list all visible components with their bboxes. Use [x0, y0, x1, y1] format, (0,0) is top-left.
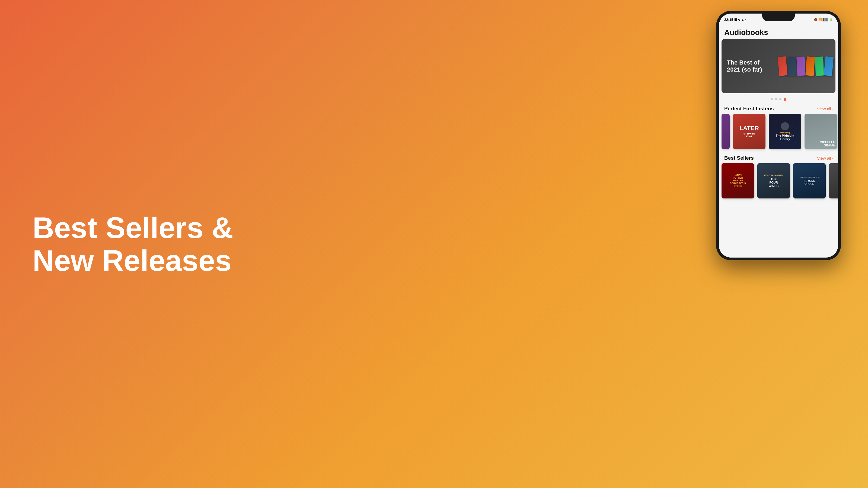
book-beyond-order[interactable]: JORDAN'S PETERSON BEYONDORDER	[793, 163, 826, 198]
mute-icon: 🔕	[814, 18, 817, 21]
status-icon3: ▲	[741, 18, 744, 21]
status-bar-left: 22:15 🖼 ⊖ ▲ •	[724, 18, 746, 22]
banner-books	[778, 42, 833, 91]
perfect-first-listens-books[interactable]: LATER STEPHENKING Matt Haig The Midnight…	[719, 114, 838, 152]
banner-book-2	[787, 56, 796, 76]
dot-1[interactable]	[771, 98, 773, 100]
phone-notch	[762, 13, 795, 21]
banner-book-5	[815, 56, 824, 76]
best-sellers-chevron: ›	[832, 156, 833, 160]
perfect-first-listens-title: Perfect First Listens	[724, 106, 774, 112]
perfect-first-listens-view-all[interactable]: View all ›	[817, 106, 833, 111]
book-later-title: LATER	[739, 125, 759, 131]
best-sellers-view-all[interactable]: View all ›	[817, 156, 833, 161]
best-sellers-title: Best Sellers	[724, 155, 754, 161]
phone-screen: 22:15 🖼 ⊖ ▲ • 🔕 📶 ▌▌▌ 🔋 Audiobooks	[719, 13, 838, 258]
status-time: 22:15	[724, 18, 733, 22]
book-becoming[interactable]: MICHELLEOBAMA	[805, 114, 837, 149]
phone-frame: 22:15 🖼 ⊖ ▲ • 🔕 📶 ▌▌▌ 🔋 Audiobooks	[716, 11, 841, 260]
hero-line1: Best Sellers &	[33, 211, 233, 244]
dot-3[interactable]	[779, 98, 781, 100]
banner-content: The Best of 2021 (so far)	[721, 39, 835, 93]
book-later-author: STEPHENKING	[744, 132, 755, 138]
beyond-order-title: BEYONDORDER	[804, 180, 815, 186]
midnight-title: The Midnight Library	[771, 134, 799, 140]
four-winds-author: KRISTIN HANNAH	[764, 174, 783, 176]
status-bar-right: 🔕 📶 ▌▌▌ 🔋	[814, 18, 833, 21]
dot-4-active[interactable]	[784, 98, 786, 101]
status-icon2: ⊖	[738, 18, 740, 21]
banner-book-4	[806, 56, 815, 76]
hero-text: Best Sellers & New Releases	[33, 211, 233, 277]
book-later[interactable]: LATER STEPHENKING	[733, 114, 766, 149]
status-dot: •	[745, 18, 746, 22]
perfect-first-listens-chevron: ›	[832, 107, 833, 111]
hero-line2: New Releases	[33, 244, 233, 277]
carousel-dots	[719, 96, 838, 103]
beyond-order-author: JORDAN'S PETERSON	[799, 176, 819, 178]
book-midnight-library[interactable]: Matt Haig The Midnight Library	[769, 114, 801, 149]
app-title: Audiobooks	[724, 28, 833, 37]
book-guest-list[interactable]: Lucy Foley THEGUESTLIST 🎯	[829, 163, 838, 198]
dot-2[interactable]	[775, 98, 777, 100]
banner-carousel[interactable]: The Best of 2021 (so far)	[721, 39, 835, 93]
book-harry-potter[interactable]: HARRYPOTTERand theSORCERER'SSTONE	[721, 163, 754, 198]
app-header: Audiobooks	[719, 26, 838, 39]
best-sellers-view-all-label: View all	[817, 156, 831, 161]
status-icon1: 🖼	[734, 18, 737, 21]
hp-title: HARRYPOTTERand theSORCERER'SSTONE	[730, 174, 746, 187]
banner-text: The Best of 2021 (so far)	[727, 59, 770, 73]
four-winds-title: THEFOURWINDS	[769, 177, 779, 187]
book-four-winds[interactable]: KRISTIN HANNAH THEFOURWINDS	[757, 163, 790, 198]
banner-book-1	[778, 56, 787, 76]
wifi-icon: 📶	[818, 18, 822, 21]
book-cut-left[interactable]	[721, 114, 730, 149]
perfect-first-listens-view-all-label: View all	[817, 106, 831, 111]
banner-book-6	[824, 56, 834, 76]
best-sellers-books[interactable]: HARRYPOTTERand theSORCERER'SSTONE KRISTI…	[719, 163, 838, 202]
phone-mockup: 22:15 🖼 ⊖ ▲ • 🔕 📶 ▌▌▌ 🔋 Audiobooks	[716, 11, 846, 260]
signal-icon: ▌▌▌	[823, 18, 828, 21]
becoming-author: MICHELLEOBAMA	[820, 140, 835, 147]
banner-book-3	[796, 56, 806, 76]
battery-icon: 🔋	[830, 18, 833, 21]
midnight-circle-decoration	[781, 122, 789, 130]
midnight-author: Matt Haig	[780, 131, 790, 134]
perfect-first-listens-header: Perfect First Listens View all ›	[719, 103, 838, 114]
screen-content[interactable]: Audiobooks The Best of 2021 (so far)	[719, 26, 838, 258]
best-sellers-header: Best Sellers View all ›	[719, 152, 838, 163]
